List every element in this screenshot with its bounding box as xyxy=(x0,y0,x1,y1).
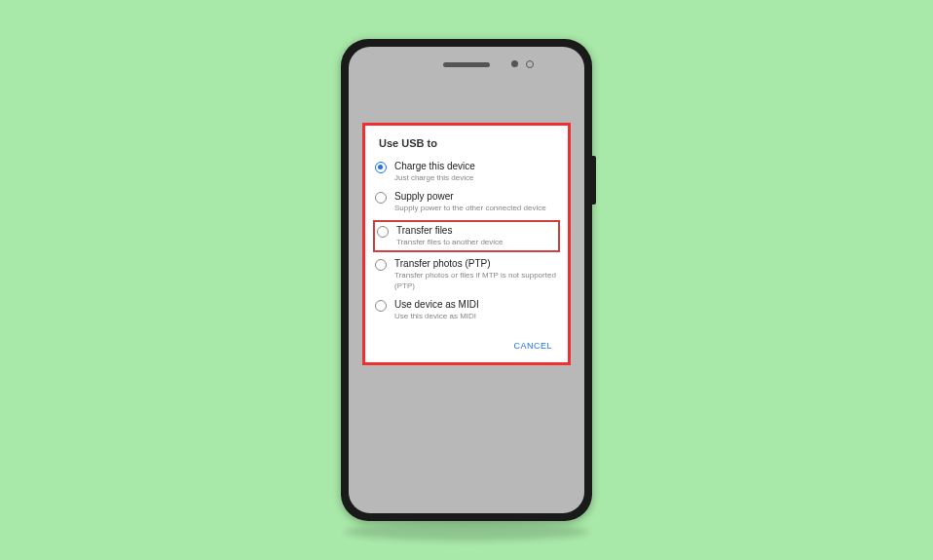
radio-icon xyxy=(375,300,387,312)
highlight-box: Transfer files Transfer files to another… xyxy=(373,220,560,252)
option-text: Transfer photos (PTP) Transfer photos or… xyxy=(394,258,558,291)
front-camera xyxy=(526,60,534,68)
dialog-title: Use USB to xyxy=(365,137,568,157)
option-transfer-files[interactable]: Transfer files Transfer files to another… xyxy=(375,225,558,247)
radio-icon xyxy=(375,259,387,271)
dialog-actions: CANCEL xyxy=(365,325,568,355)
cancel-button[interactable]: CANCEL xyxy=(513,341,552,351)
option-midi[interactable]: Use device as MIDI Use this device as MI… xyxy=(365,295,568,325)
phone-frame: Use USB to Charge this device Just charg… xyxy=(341,39,592,521)
speaker-grille xyxy=(443,62,490,67)
option-label: Charge this device xyxy=(394,161,558,171)
option-desc: Just charge this device xyxy=(394,173,558,183)
option-transfer-photos[interactable]: Transfer photos (PTP) Transfer photos or… xyxy=(365,254,568,295)
option-desc: Supply power to the other connected devi… xyxy=(394,204,558,213)
option-desc: Transfer files to another device xyxy=(396,238,556,247)
option-charge[interactable]: Charge this device Just charge this devi… xyxy=(365,157,568,187)
phone-screen: Use USB to Charge this device Just charg… xyxy=(349,47,584,513)
option-text: Transfer files Transfer files to another… xyxy=(396,225,556,247)
option-label: Supply power xyxy=(394,191,558,202)
usb-dialog: Use USB to Charge this device Just charg… xyxy=(362,123,571,365)
option-desc: Use this device as MIDI xyxy=(394,312,558,321)
option-text: Supply power Supply power to the other c… xyxy=(394,191,558,213)
phone-shadow xyxy=(345,523,588,541)
radio-icon xyxy=(377,226,389,238)
radio-icon xyxy=(375,192,387,204)
option-label: Use device as MIDI xyxy=(394,299,558,310)
option-supply-power[interactable]: Supply power Supply power to the other c… xyxy=(365,187,568,217)
sensor-dot xyxy=(511,60,518,67)
option-text: Use device as MIDI Use this device as MI… xyxy=(394,299,558,321)
power-button[interactable] xyxy=(592,156,596,205)
option-text: Charge this device Just charge this devi… xyxy=(394,161,558,183)
option-label: Transfer photos (PTP) xyxy=(394,258,558,269)
option-desc: Transfer photos or files if MTP is not s… xyxy=(394,271,558,291)
option-label: Transfer files xyxy=(396,225,556,236)
radio-icon xyxy=(375,162,387,173)
